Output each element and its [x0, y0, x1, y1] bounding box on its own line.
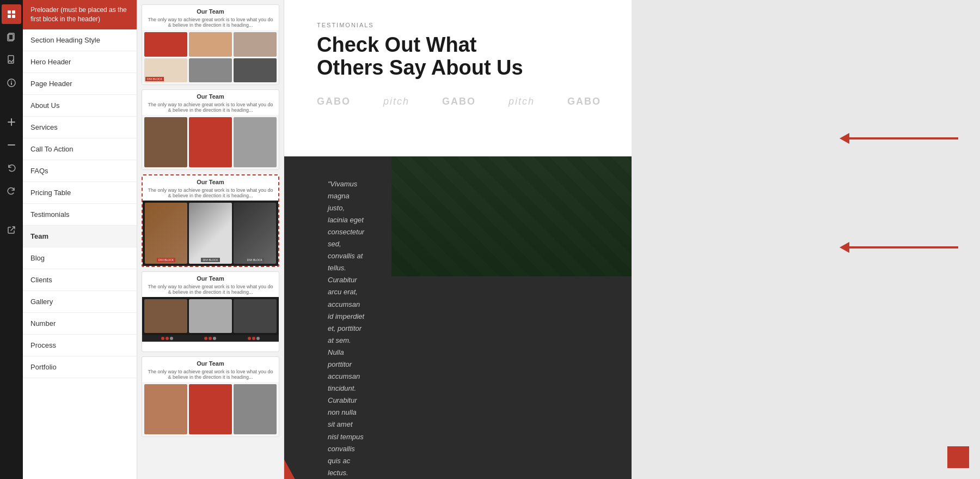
sidebar-icon-panel: [0, 0, 23, 479]
svg-rect-9: [11, 82, 12, 85]
nav-item-gallery[interactable]: Gallery: [23, 291, 137, 313]
info-nav-icon[interactable]: [2, 73, 21, 93]
nav-panel: Preloader (must be placed as the first b…: [23, 0, 137, 479]
logos-row: GABO pitch GABO pitch GABO pitch: [317, 96, 599, 118]
thumbnail-5[interactable]: Our Team The only way to achieve great w…: [142, 356, 279, 437]
testimonial-quote: "Vivamus magna justo, lacinia eget conse…: [328, 178, 364, 479]
logo-3: GABO: [442, 96, 476, 107]
dark-testimonial-section: "Vivamus magna justo, lacinia eget conse…: [284, 156, 632, 479]
thumb-4-image: [142, 297, 279, 351]
thumbnails-panel: Our Team The only way to achieve great w…: [137, 0, 284, 479]
logo-5: GABO: [567, 96, 601, 107]
nav-item-about-us[interactable]: About Us: [23, 95, 137, 117]
thumb-5-title: Our Team: [142, 357, 279, 369]
nav-item-hero-header[interactable]: Hero Header: [23, 51, 137, 73]
svg-point-8: [11, 81, 12, 82]
svg-rect-3: [12, 15, 15, 18]
testimonial-bg-image: [391, 156, 632, 276]
thumb-2-image: [142, 115, 279, 169]
thumb-4-sub: The only way to achieve great work is to…: [142, 284, 279, 297]
thumb-2-sub: The only way to achieve great work is to…: [142, 102, 279, 115]
arrow-body-2: [849, 246, 958, 248]
thumb-1-title: Our Team: [142, 5, 279, 17]
red-square-button[interactable]: [947, 446, 969, 468]
arrow-indicator-1: [840, 133, 958, 144]
testimonial-text-block: "Vivamus magna justo, lacinia eget conse…: [284, 156, 391, 479]
nav-item-section-heading[interactable]: Section Heading Style: [23, 29, 137, 51]
svg-rect-2: [8, 15, 11, 18]
nav-preloader-item[interactable]: Preloader (must be placed as the first b…: [23, 0, 137, 29]
preloader-nav-icon[interactable]: [2, 4, 21, 24]
nav-item-pricing-table[interactable]: Pricing Table: [23, 182, 137, 204]
preview-content: TESTIMONIALS Check Out What Others Say A…: [284, 0, 632, 479]
thumb-4-title: Our Team: [142, 272, 279, 284]
thumbnail-1[interactable]: Our Team The only way to achieve great w…: [142, 4, 279, 85]
thumb-3-sub: The only way to achieve great work is to…: [143, 187, 278, 201]
nav-item-page-header[interactable]: Page Header: [23, 73, 137, 95]
nav-item-services[interactable]: Services: [23, 117, 137, 138]
add-nav-icon[interactable]: [2, 112, 21, 132]
nav-item-clients[interactable]: Clients: [23, 269, 137, 291]
nav-item-testimonials[interactable]: Testimonials: [23, 204, 137, 226]
nav-item-process[interactable]: Process: [23, 335, 137, 356]
thumb-3-title: Our Team: [143, 175, 278, 187]
svg-rect-1: [12, 10, 15, 14]
testimonials-label: TESTIMONIALS: [317, 22, 599, 28]
logo-2: pitch: [383, 96, 409, 107]
testimonials-title: Check Out What Others Say About Us: [317, 34, 599, 80]
thumbnail-2[interactable]: Our Team The only way to achieve great w…: [142, 89, 279, 170]
nav-item-faqs[interactable]: FAQs: [23, 160, 137, 182]
logo-4: pitch: [509, 96, 535, 107]
copy-nav-icon[interactable]: [2, 27, 21, 47]
right-area: [632, 0, 980, 479]
arrow-tip-2: [840, 242, 849, 253]
nav-item-team[interactable]: Team: [23, 226, 137, 247]
undo-nav-icon[interactable]: [2, 158, 21, 178]
arrow-tip-1: [840, 133, 849, 144]
redo-nav-icon[interactable]: [2, 181, 21, 201]
thumb-2-title: Our Team: [142, 90, 279, 102]
external-nav-icon[interactable]: [2, 220, 21, 240]
thumb-1-image: DIVI BLOCK: [142, 30, 279, 84]
thumb-5-image: [142, 382, 279, 436]
nav-item-portfolio[interactable]: Portfolio: [23, 356, 137, 378]
thumb-1-sub: The only way to achieve great work is to…: [142, 17, 279, 30]
nav-item-call-to-action[interactable]: Call To Action: [23, 138, 137, 160]
arrow-body-1: [849, 137, 958, 140]
arrow-indicator-2: [840, 242, 958, 253]
svg-rect-0: [8, 10, 11, 14]
nav-item-blog[interactable]: Blog: [23, 247, 137, 269]
thumb-3-image: DIVI BLOCK DIVI BLOCK DIVI BLOCK: [143, 201, 278, 266]
testimonials-section: TESTIMONIALS Check Out What Others Say A…: [284, 0, 632, 156]
thumbnail-3[interactable]: Our Team The only way to achieve great w…: [142, 174, 279, 267]
logo-1: GABO: [317, 96, 351, 107]
thumb-5-sub: The only way to achieve great work is to…: [142, 369, 279, 382]
main-preview: TESTIMONIALS Check Out What Others Say A…: [284, 0, 632, 479]
thumbnail-4[interactable]: Our Team The only way to achieve great w…: [142, 271, 279, 352]
page-nav-icon[interactable]: [2, 50, 21, 70]
nav-item-number[interactable]: Number: [23, 313, 137, 335]
minus-nav-icon[interactable]: [2, 135, 21, 155]
